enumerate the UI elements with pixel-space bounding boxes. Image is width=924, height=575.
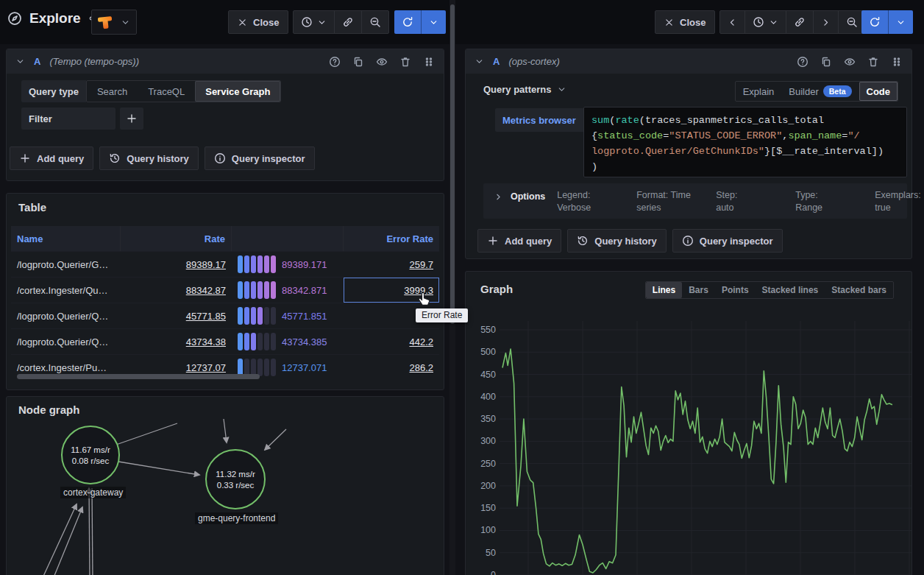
remove-query-trash-icon[interactable]	[867, 56, 879, 68]
cell-name[interactable]: /logproto.Querier/G…	[11, 252, 121, 277]
drag-handle-icon[interactable]	[423, 56, 435, 68]
query-patterns-dropdown[interactable]: Query patterns	[483, 84, 566, 95]
cell-tooltip: Error Rate	[416, 308, 468, 322]
duplicate-query-icon[interactable]	[352, 56, 364, 68]
chevron-down-icon	[769, 18, 778, 27]
cell-name[interactable]: /logproto.Querier/Q…	[11, 329, 121, 354]
query-history-label: Query history	[127, 153, 189, 164]
datasource-picker[interactable]	[91, 10, 137, 35]
time-picker-button[interactable]	[294, 11, 335, 33]
node-cortex-gateway[interactable]: 11.67 ms/r 0.08 r/sec	[61, 426, 120, 484]
plus-icon	[19, 152, 31, 164]
metrics-browser-button[interactable]: Metrics browser	[495, 108, 597, 132]
disable-query-eye-icon[interactable]	[844, 56, 856, 68]
left-query-row-header[interactable]: A (Tempo (tempo-ops))	[7, 49, 444, 74]
query-history-button[interactable]: Query history	[99, 147, 199, 170]
left-pane-scrollbar[interactable]	[449, 0, 455, 575]
query-type-option-traceql[interactable]: TraceQL	[138, 81, 195, 102]
run-query-button[interactable]	[861, 10, 889, 34]
disable-query-eye-icon[interactable]	[376, 56, 388, 68]
time-shift-back-button[interactable]	[720, 11, 745, 33]
run-query-button[interactable]	[394, 10, 422, 34]
query-patterns-label: Query patterns	[483, 84, 551, 95]
graph-mode-stacked-bars[interactable]: Stacked bars	[825, 282, 893, 298]
query-history-label: Query history	[594, 236, 657, 247]
rate-value-link[interactable]: 88342.87	[186, 285, 226, 296]
table-row: /cortex.Ingester/Qu…88342.8788342.871399…	[11, 277, 439, 303]
collapse-chevron-icon[interactable]	[475, 57, 484, 66]
error-rate-value-link[interactable]: 442.2	[409, 336, 433, 348]
query-type-option-search[interactable]: Search	[87, 81, 138, 102]
rate-value-link[interactable]: 45771.85	[186, 311, 226, 322]
chevron-down-icon	[557, 85, 566, 94]
link-split-button[interactable]	[335, 11, 362, 33]
add-filter-button[interactable]	[120, 107, 143, 130]
left-query-editor-panel: A (Tempo (tempo-ops)) Query type Search …	[6, 49, 444, 181]
promql-query-editor[interactable]: sum(rate(traces_spanmetrics_calls_total{…	[583, 107, 907, 177]
tab-builder[interactable]: BuilderBeta	[781, 82, 859, 101]
collapse-chevron-icon[interactable]	[15, 57, 25, 66]
table-row: /logproto.Querier/Q…45771.8545771.85155	[11, 303, 439, 328]
graph-mode-stacked-lines[interactable]: Stacked lines	[756, 282, 825, 298]
query-token: )	[591, 161, 597, 172]
query-inspector-label: Query inspector	[232, 153, 305, 164]
chevron-right-icon	[821, 18, 831, 27]
chevron-left-icon	[728, 18, 737, 27]
query-history-button[interactable]: Query history	[567, 229, 667, 253]
add-query-button[interactable]: Add query	[477, 229, 561, 253]
query-inspector-button[interactable]: Query inspector	[672, 229, 783, 253]
remove-query-trash-icon[interactable]	[399, 56, 411, 68]
column-header-rate[interactable]: Rate	[121, 226, 231, 251]
graph-chart[interactable]: 050100150200250300350400450500550	[467, 317, 911, 575]
cell-name[interactable]: /logproto.Querier/Q…	[11, 303, 121, 328]
right-query-editor-panel: A (ops-cortex) Query patterns Explain Bu…	[465, 49, 912, 259]
cell-error-rate: 442.2	[344, 329, 439, 354]
led-gauge	[238, 307, 276, 325]
y-axis-tick: 500	[480, 347, 496, 357]
zoom-out-button[interactable]	[362, 11, 388, 33]
right-query-row-header[interactable]: A (ops-cortex)	[466, 49, 911, 74]
rate-value-link[interactable]: 89389.17	[186, 259, 226, 270]
gauge-value: 89389.171	[282, 259, 327, 270]
help-icon[interactable]	[797, 56, 808, 68]
column-header-name[interactable]: Name	[11, 226, 121, 251]
right-close-button[interactable]: Close	[655, 10, 715, 34]
option-summary-item: Legend:Verbose	[557, 189, 636, 214]
option-summary-item: Step:auto	[716, 189, 795, 214]
series-line	[502, 349, 892, 573]
table-horizontal-scrollbar[interactable]	[11, 374, 439, 379]
run-query-interval-button[interactable]	[422, 10, 446, 34]
help-icon[interactable]	[329, 56, 341, 68]
filter-label: Filter	[21, 107, 115, 130]
query-options-row[interactable]: Options Legend:VerboseFormat: Timeseries…	[483, 183, 907, 219]
add-query-button[interactable]: Add query	[10, 147, 93, 170]
time-shift-forward-button[interactable]	[814, 11, 839, 33]
tempo-logo-icon	[98, 15, 113, 29]
graph-mode-lines[interactable]: Lines	[646, 282, 682, 298]
tab-explain[interactable]: Explain	[736, 82, 782, 101]
y-axis-tick: 550	[480, 325, 496, 335]
error-rate-value-link[interactable]: 259.7	[409, 259, 433, 270]
run-query-interval-button[interactable]	[889, 10, 913, 34]
rate-value-link[interactable]: 12737.07	[186, 362, 226, 373]
link-split-button[interactable]	[786, 11, 814, 33]
cell-name[interactable]: /cortex.Ingester/Qu…	[11, 278, 121, 303]
node-gme-query-frontend[interactable]: 11.32 ms/r 0.33 r/sec	[205, 449, 266, 509]
tab-code[interactable]: Code	[859, 82, 898, 101]
drag-handle-icon[interactable]	[891, 56, 903, 68]
rate-value-link[interactable]: 43734.38	[186, 336, 226, 348]
y-axis-tick: 200	[480, 481, 496, 491]
table-header-row: Name Rate Error Rate	[11, 226, 439, 251]
query-inspector-button[interactable]: Query inspector	[205, 147, 315, 170]
error-rate-value-link[interactable]: 286.2	[409, 362, 433, 373]
query-type-option-service-graph[interactable]: Service Graph	[195, 81, 280, 102]
column-header-gauge[interactable]	[232, 226, 344, 251]
duplicate-query-icon[interactable]	[820, 56, 832, 68]
left-close-button[interactable]: Close	[228, 10, 288, 34]
graph-mode-bars[interactable]: Bars	[682, 282, 715, 298]
node-stat-rate: 0.08 r/sec	[72, 456, 110, 465]
options-summary: Legend:VerboseFormat: TimeseriesStep:aut…	[557, 189, 924, 214]
column-header-error-rate[interactable]: Error Rate	[344, 226, 439, 251]
graph-mode-points[interactable]: Points	[715, 282, 756, 298]
time-picker-button[interactable]	[745, 11, 786, 33]
